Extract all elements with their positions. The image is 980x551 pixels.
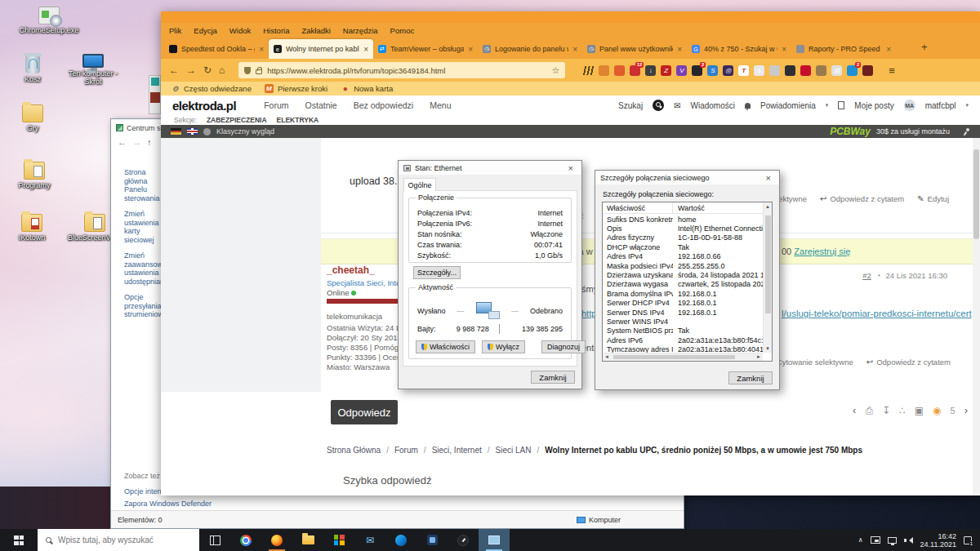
search-input[interactable] xyxy=(58,535,180,544)
page-scrollbar[interactable] xyxy=(973,138,980,495)
control-panel-link[interactable]: Opcje przesyłania strumieniowego xyxy=(124,293,161,319)
section-link[interactable]: ZABEZPIECZENIA xyxy=(207,116,267,124)
taskbar-app-button[interactable] xyxy=(385,529,416,551)
breadcrumb-item[interactable]: Strona Główna xyxy=(327,446,381,455)
extension-icon[interactable]: ▤ xyxy=(831,65,842,76)
next-icon[interactable]: › xyxy=(964,404,968,416)
desktop-icon[interactable]: IKotown xyxy=(2,214,62,242)
breadcrumb-item[interactable]: Forum xyxy=(394,446,418,455)
tab-close-icon[interactable]: × xyxy=(363,45,368,54)
menu-item[interactable]: Pomoc xyxy=(390,26,415,35)
site-logo[interactable]: elektroda.pl xyxy=(172,99,236,113)
detail-row[interactable]: Opis Intel(R) Ethernet Connection (2) I2… xyxy=(603,224,763,233)
pcbway-ad-logo[interactable]: PCBWay xyxy=(830,126,871,137)
menu-item[interactable]: Edycja xyxy=(194,26,217,35)
menu-item[interactable]: Widok xyxy=(229,26,251,35)
my-posts-link[interactable]: Moje posty xyxy=(854,101,893,110)
browser-tab[interactable]: ◷ Logowanie do panelu www uż × xyxy=(478,39,582,59)
menu-item[interactable]: Zakładki xyxy=(301,26,330,35)
browser-tab[interactable]: e Wolny Internet po kablu UPC, ś × xyxy=(269,39,373,59)
shield-icon[interactable] xyxy=(244,67,251,74)
detail-row[interactable]: Maska podsieci IPv4 255.255.255.0 xyxy=(603,261,763,270)
classic-skin-label[interactable]: Klasyczny wygląd xyxy=(216,127,274,136)
site-nav-link[interactable]: Menu xyxy=(430,100,451,110)
extension-icon[interactable] xyxy=(769,65,780,76)
uk-flag-icon[interactable] xyxy=(187,128,198,135)
horizontal-scrollbar[interactable]: ◄ ► xyxy=(603,353,763,361)
section-link[interactable]: ELEKTRYKA xyxy=(277,116,319,124)
tab-close-icon[interactable]: × xyxy=(259,45,264,54)
details-button[interactable]: Szczegóły... xyxy=(413,266,461,279)
scrollbar-thumb[interactable] xyxy=(973,149,979,239)
taskbar-app-button[interactable] xyxy=(448,529,479,551)
close-button[interactable]: Zamknij xyxy=(728,371,773,384)
desktop-icon[interactable]: ChromeSetup.exe xyxy=(18,7,80,34)
detail-row[interactable]: Adres IPv6 2a02:a31a:e13a:b80:f54c:7e4f:… xyxy=(603,335,763,344)
close-icon[interactable]: × xyxy=(565,163,577,173)
site-nav-link[interactable]: Ostatnie xyxy=(305,100,337,110)
detail-row[interactable]: DHCP włączone Tak xyxy=(603,242,763,251)
detail-row[interactable]: Serwer WINS IPv4 xyxy=(603,317,763,326)
disable-button[interactable]: Wyłącz xyxy=(482,340,525,353)
taskbar-clock[interactable]: 16:42 24.11.2021 xyxy=(920,532,956,549)
tab-general[interactable]: Ogólne xyxy=(403,178,436,191)
tray-chevron-icon[interactable]: ∧ xyxy=(858,536,863,544)
scroll-up-icon[interactable]: ▲ xyxy=(764,202,772,211)
extension-icon[interactable] xyxy=(862,65,873,76)
browser-titlebar[interactable] xyxy=(161,11,980,23)
browser-tab[interactable]: Raporty - PRO Speed Test × xyxy=(791,39,896,59)
post-action[interactable]: ” Cytowanie selektywne xyxy=(770,358,853,367)
desktop-icon[interactable]: Gry xyxy=(7,104,59,132)
extension-icon[interactable]: S xyxy=(707,65,718,76)
taskbar-app-button[interactable] xyxy=(230,529,261,551)
scrollbar-thumb[interactable] xyxy=(613,355,735,359)
theme-toggle-icon[interactable] xyxy=(203,128,211,136)
bookmark-item[interactable]: M Pierwsze kroki xyxy=(265,84,327,93)
taskbar-app-button[interactable] xyxy=(479,529,510,551)
extension-icon[interactable] xyxy=(599,65,609,76)
extension-icon[interactable] xyxy=(800,65,811,76)
bookmark-item[interactable]: ⚙ Często odwiedzane xyxy=(171,84,252,93)
close-button[interactable]: Zamknij xyxy=(531,371,575,384)
bookmark-star-icon[interactable]: ☆ xyxy=(551,65,559,76)
extension-icon[interactable] xyxy=(614,65,625,76)
internet-options-link[interactable]: Opcje internetowe xyxy=(124,487,161,495)
search-icon[interactable] xyxy=(653,100,664,111)
hamburger-menu-icon[interactable]: ≡ xyxy=(889,64,895,77)
start-button[interactable] xyxy=(0,529,38,551)
browser-tab[interactable]: ◷ Panel www użytkownika ID: 21 × xyxy=(582,39,687,59)
avatar[interactable]: MA xyxy=(904,100,915,111)
vertical-scrollbar[interactable]: ▲ ▼ xyxy=(763,202,772,353)
desktop-icon[interactable]: Ten komputer -Skrót xyxy=(60,54,126,86)
back-icon[interactable]: ← xyxy=(169,64,179,76)
extension-icon[interactable]: 2 xyxy=(692,65,702,76)
detail-row[interactable]: Adres fizyczny 1C-1B-0D-91-58-88 xyxy=(603,233,763,242)
padlock-icon[interactable] xyxy=(256,69,262,74)
new-tab-button[interactable]: + xyxy=(921,41,928,56)
address-bar[interactable]: https://www.elektroda.pl/rtvforum/topic3… xyxy=(238,62,565,78)
detail-row[interactable]: Adres IPv4 192.168.0.66 xyxy=(603,252,763,261)
site-nav-link[interactable]: Bez odpowiedzi xyxy=(354,100,414,110)
properties-button[interactable]: Właściwości xyxy=(416,340,475,353)
extension-icon[interactable]: ◎ xyxy=(723,65,733,76)
scroll-right-icon[interactable]: ► xyxy=(755,353,763,361)
reply-button[interactable]: Odpowiedz xyxy=(331,400,398,424)
control-panel-link[interactable]: Zmień ustawienia karty sieciowej xyxy=(124,210,161,244)
extension-icon[interactable]: ↓ xyxy=(645,65,656,76)
site-nav-link[interactable]: Forum xyxy=(264,100,288,110)
extension-icon[interactable]: $ xyxy=(754,65,764,76)
cast-icon[interactable] xyxy=(871,536,880,544)
detail-row[interactable]: Serwer DNS IPv4 192.168.0.1 xyxy=(603,308,763,317)
download-icon[interactable]: ↧ xyxy=(882,405,890,416)
post-number-link[interactable]: #2 xyxy=(862,271,871,280)
desktop-icon[interactable]: Programy xyxy=(5,162,64,189)
menu-item[interactable]: Narzędzia xyxy=(343,26,378,35)
network-icon[interactable] xyxy=(888,537,897,544)
breadcrumb-item[interactable]: / xyxy=(386,446,389,455)
extension-icon[interactable]: T xyxy=(738,65,749,76)
taskbar-app-button[interactable] xyxy=(292,529,323,551)
firewall-link[interactable]: Zapora Windows Defender xyxy=(124,500,212,508)
tab-close-icon[interactable]: × xyxy=(572,45,577,54)
up-icon[interactable]: ↑ xyxy=(147,137,152,147)
breadcrumb-item[interactable]: / xyxy=(424,446,426,455)
